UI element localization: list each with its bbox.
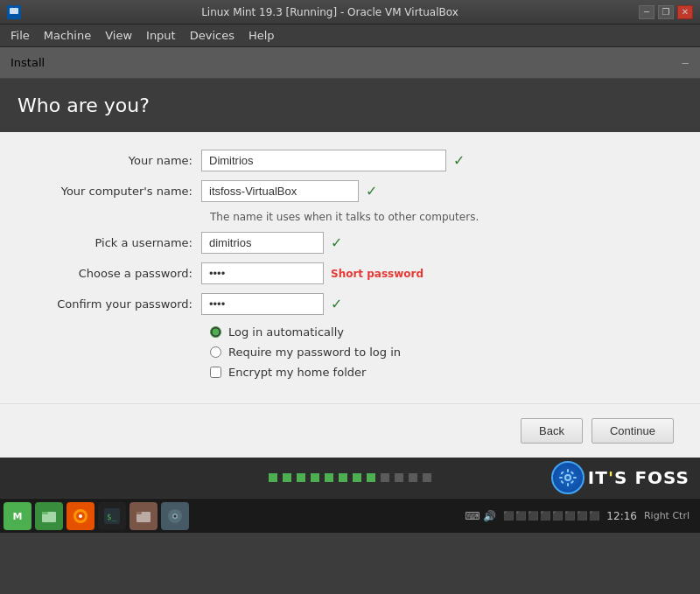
progress-dot-4 bbox=[325, 473, 333, 482]
progress-dot-11 bbox=[423, 473, 431, 482]
require-password-row: Require my password to log in bbox=[210, 346, 674, 359]
taskbar-terminal-icon[interactable]: $_ bbox=[98, 502, 126, 530]
tray-icon-1: ⬛ bbox=[503, 511, 514, 521]
username-label: Pick a username: bbox=[26, 236, 201, 249]
username-row: Pick a username: ✓ bbox=[26, 232, 674, 254]
computer-name-hint: The name it uses when it talks to other … bbox=[210, 211, 674, 223]
svg-rect-22 bbox=[136, 512, 142, 514]
svg-rect-5 bbox=[567, 483, 569, 486]
clock: 12:16 bbox=[606, 510, 637, 522]
progress-dot-2 bbox=[297, 473, 305, 482]
progress-dot-5 bbox=[339, 473, 347, 482]
progress-dot-10 bbox=[409, 473, 417, 482]
menu-machine[interactable]: Machine bbox=[37, 27, 98, 44]
menu-input[interactable]: Input bbox=[139, 27, 183, 44]
minimize-button[interactable]: − bbox=[639, 5, 654, 19]
your-name-input[interactable] bbox=[201, 150, 446, 171]
login-auto-label: Log in automatically bbox=[228, 325, 344, 339]
svg-point-18 bbox=[79, 514, 82, 518]
require-password-radio[interactable] bbox=[210, 346, 221, 358]
brand-gear-icon bbox=[551, 461, 584, 494]
tray-icon-8: ⬛ bbox=[589, 511, 599, 521]
window-title: Linux Mint 19.3 [Running] - Oracle VM Vi… bbox=[21, 6, 639, 18]
require-password-label: Require my password to log in bbox=[228, 346, 401, 359]
menu-view[interactable]: View bbox=[98, 27, 139, 44]
progress-dot-7 bbox=[367, 473, 375, 482]
login-options: Log in automatically Require my password… bbox=[210, 325, 674, 379]
your-name-check-icon: ✓ bbox=[453, 152, 465, 169]
start-menu-button[interactable]: M bbox=[4, 502, 32, 530]
back-button[interactable]: Back bbox=[521, 418, 583, 444]
tray-icon-3: ⬛ bbox=[528, 511, 538, 521]
progress-dot-0 bbox=[269, 473, 277, 482]
confirm-password-input[interactable] bbox=[201, 293, 324, 315]
taskbar-right: ⌨ 🔊 ⬛ ⬛ ⬛ ⬛ ⬛ ⬛ ⬛ ⬛ 12:16 Right Ctrl bbox=[465, 510, 696, 522]
brand-text: IT'S FOSS bbox=[588, 467, 690, 488]
svg-rect-6 bbox=[559, 477, 563, 479]
window-controls: − ❐ ✕ bbox=[639, 5, 693, 19]
encrypt-home-checkbox[interactable] bbox=[210, 367, 221, 378]
svg-rect-1 bbox=[10, 8, 18, 14]
taskbar-firefox-icon[interactable] bbox=[66, 502, 94, 530]
virtualbox-icon bbox=[7, 5, 21, 19]
sys-tray: ⌨ 🔊 bbox=[465, 510, 496, 522]
install-minimize-button[interactable]: − bbox=[681, 57, 690, 69]
computer-name-check-icon: ✓ bbox=[366, 183, 377, 199]
installer-buttons: Back Continue bbox=[0, 403, 700, 458]
computer-name-label: Your computer's name: bbox=[26, 185, 201, 198]
confirm-password-check-icon: ✓ bbox=[331, 296, 342, 312]
progress-area: IT'S FOSS bbox=[0, 458, 700, 498]
svg-point-25 bbox=[174, 514, 177, 517]
svg-point-3 bbox=[566, 476, 570, 479]
tray-icon-6: ⬛ bbox=[564, 511, 575, 521]
svg-rect-9 bbox=[570, 471, 574, 474]
login-auto-row: Log in automatically bbox=[210, 325, 674, 339]
encrypt-home-row: Encrypt my home folder bbox=[210, 366, 674, 379]
right-ctrl-label: Right Ctrl bbox=[644, 510, 690, 521]
progress-dot-8 bbox=[381, 473, 389, 482]
restore-button[interactable]: ❐ bbox=[658, 5, 674, 19]
title-bar-left bbox=[7, 5, 21, 19]
taskbar-files-icon[interactable] bbox=[130, 502, 158, 530]
menu-devices[interactable]: Devices bbox=[183, 27, 242, 44]
progress-dot-3 bbox=[311, 473, 319, 482]
menu-file[interactable]: File bbox=[4, 27, 37, 44]
password-input[interactable] bbox=[201, 262, 324, 284]
installer-header: Who are you? bbox=[0, 79, 700, 132]
computer-name-input[interactable] bbox=[201, 180, 359, 202]
login-auto-radio[interactable] bbox=[210, 326, 221, 338]
svg-rect-15 bbox=[42, 512, 48, 514]
taskbar-disc-icon[interactable] bbox=[161, 502, 189, 530]
network-icon: ⌨ bbox=[465, 510, 480, 522]
progress-dot-9 bbox=[395, 473, 403, 482]
username-input[interactable] bbox=[201, 232, 324, 254]
tray-icon-4: ⬛ bbox=[540, 511, 550, 521]
install-title: Install bbox=[10, 56, 45, 69]
install-bar: Install − bbox=[0, 47, 700, 79]
password-row: Choose a password: Short password bbox=[26, 262, 674, 284]
your-name-row: Your name: ✓ bbox=[26, 150, 674, 171]
svg-rect-11 bbox=[570, 480, 574, 484]
tray-icon-5: ⬛ bbox=[552, 511, 563, 521]
menu-bar: File Machine View Input Devices Help bbox=[0, 24, 700, 47]
menu-help[interactable]: Help bbox=[242, 27, 282, 44]
svg-text:$_: $_ bbox=[107, 513, 116, 521]
confirm-password-label: Confirm your password: bbox=[26, 297, 201, 311]
username-check-icon: ✓ bbox=[331, 234, 342, 251]
svg-text:M: M bbox=[13, 511, 23, 522]
svg-rect-10 bbox=[560, 480, 564, 484]
taskbar: M $_ bbox=[0, 498, 700, 533]
sound-icon: 🔊 bbox=[483, 510, 496, 522]
taskbar-filemanager-icon[interactable] bbox=[35, 502, 63, 530]
encrypt-home-label: Encrypt my home folder bbox=[228, 366, 366, 379]
your-name-label: Your name: bbox=[26, 154, 201, 167]
svg-rect-4 bbox=[567, 469, 569, 472]
taskbar-left: M $_ bbox=[4, 502, 189, 530]
title-bar: Linux Mint 19.3 [Running] - Oracle VM Vi… bbox=[0, 0, 700, 24]
progress-dot-1 bbox=[283, 473, 291, 482]
svg-rect-7 bbox=[573, 477, 577, 479]
page-title: Who are you? bbox=[18, 94, 682, 116]
close-button[interactable]: ✕ bbox=[677, 5, 693, 19]
password-label: Choose a password: bbox=[26, 267, 201, 280]
continue-button[interactable]: Continue bbox=[592, 418, 674, 444]
